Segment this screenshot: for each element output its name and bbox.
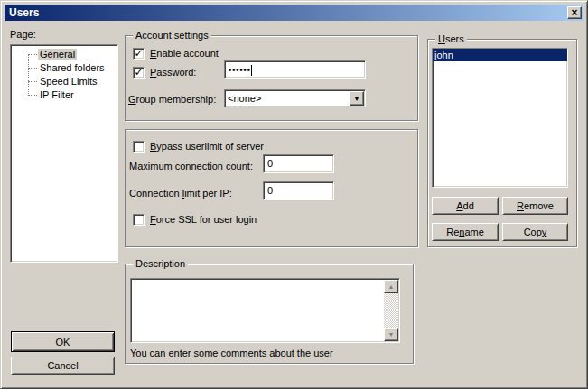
tree-item-speed-limits[interactable]: Speed Limits [11,75,117,88]
chevron-down-icon: ▼ [354,96,360,102]
page-listbox[interactable]: General Shared folders Speed Limits IP F… [10,44,118,263]
copy-user-button[interactable]: Copy [502,223,568,241]
scroll-up-icon: ▲ [388,283,395,290]
scroll-down-icon: ▼ [388,331,395,338]
password-label: Password: [150,67,196,79]
tree-item-general[interactable]: General [11,48,117,61]
window-title: Users [9,6,39,19]
title-bar[interactable]: Users × [5,5,583,21]
text-caret [251,65,252,76]
check-icon: ✓ [134,49,143,58]
rename-user-button[interactable]: Rename [432,223,499,241]
users-group-title: Users [435,33,467,45]
user-name: john [434,50,453,60]
password-checkbox[interactable]: ✓ [133,67,145,79]
page-tree: General Shared folders Speed Limits IP F… [11,48,117,102]
ip-limit-label: Connection limit per IP: [129,188,232,199]
force-ssl-label: Force SSL for user login [150,214,257,226]
group-membership-select[interactable]: <none> ▼ [224,89,366,107]
ok-button[interactable]: OK [11,331,115,352]
bypass-userlimit-label: Bypass userlimit of server [150,141,264,153]
tree-item-ip-filter[interactable]: IP Filter [11,88,117,102]
description-textarea[interactable]: ▲ ▼ [130,278,400,343]
max-connection-input[interactable]: 0 [263,154,334,173]
dropdown-button[interactable]: ▼ [350,91,364,106]
description-title: Description [133,258,188,270]
add-user-button[interactable]: Add [432,197,499,215]
users-dialog: Users × Page: General Shared folders Spe… [0,0,588,389]
group-membership-label: Group membership: [128,94,216,106]
description-hint: You can enter some comments about the us… [130,347,333,359]
ip-limit-input[interactable]: 0 [263,181,334,200]
remove-user-button[interactable]: Remove [502,197,568,215]
enable-account-checkbox[interactable]: ✓ [133,48,145,60]
scroll-up-button[interactable]: ▲ [384,280,398,293]
max-connection-label: Maximum connection count: [129,161,253,172]
scroll-down-button[interactable]: ▼ [384,328,398,341]
close-icon: × [571,8,577,17]
force-ssl-checkbox[interactable]: ✓ [133,214,145,226]
bypass-userlimit-checkbox[interactable]: ✓ [133,141,145,153]
tree-item-shared-folders[interactable]: Shared folders [11,61,117,75]
account-settings-title: Account settings [133,30,211,42]
description-scrollbar[interactable]: ▲ ▼ [384,280,398,341]
enable-account-label: Enable account [150,48,219,60]
close-button[interactable]: × [567,6,582,19]
list-item[interactable]: john [433,49,567,61]
group-membership-value: <none> [228,93,261,105]
cancel-button[interactable]: Cancel [11,357,115,375]
check-icon: ✓ [134,68,143,77]
page-label: Page: [10,29,36,41]
password-value: •••••• [229,65,251,77]
users-listbox[interactable]: john [432,48,568,188]
password-input[interactable]: •••••• [224,60,366,79]
